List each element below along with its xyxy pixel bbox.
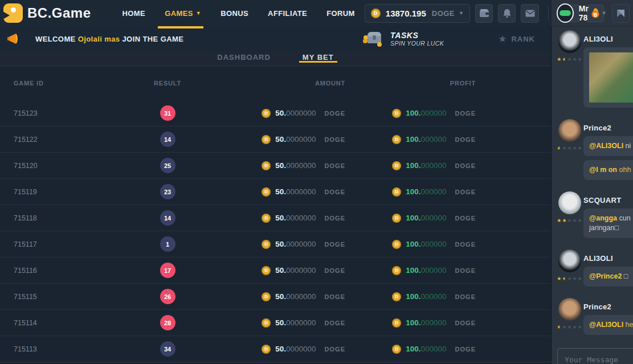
mention-text: @I m on (589, 166, 617, 174)
topbar-main: BC.Game HOMEGAMES▼BONUSAFFILIATEFORUM D … (0, 0, 552, 26)
balance-selector[interactable]: D 13870.195 DOGE ▼ (365, 4, 470, 23)
chat-message-input[interactable] (557, 348, 633, 364)
user-name: Mr 78 (579, 4, 597, 22)
table-row[interactable]: 7151171D50.0000000DOGED100.000000DOGE (0, 231, 551, 257)
chat-avatar[interactable] (558, 191, 581, 214)
tasks-subtitle: SPIN YOUR LUCK (390, 40, 444, 47)
chevron-down-icon: ▼ (459, 10, 464, 16)
star-icon: ★ (578, 276, 583, 281)
table-row[interactable]: 71511526D50.0000000DOGED100.000000DOGE (0, 284, 551, 310)
tab-my-bet[interactable]: MY BET (303, 51, 334, 64)
notifications-button[interactable] (498, 4, 516, 23)
chat-username[interactable]: SCQUART (583, 196, 633, 205)
cell-amount-value: 50.0000000 (275, 187, 316, 196)
star-icon: ★ (573, 145, 578, 151)
user-avatar (557, 3, 574, 23)
message-text: he (623, 321, 633, 329)
cell-result: 25 (160, 158, 175, 173)
mail-button[interactable] (521, 4, 538, 23)
doge-coin-icon: D (392, 292, 401, 301)
table-row[interactable]: 71511334D50.0000000DOGED100.000000DOGE (0, 336, 551, 362)
table-row[interactable]: 71512214D50.0000000DOGED100.000000DOGE (0, 126, 551, 153)
chat-username[interactable]: Prince2 (583, 302, 633, 311)
nav-item-affiliate[interactable]: AFFILIATE (268, 0, 307, 26)
message-text: jaringan□ (589, 224, 619, 232)
doge-coin-icon: D (392, 318, 401, 328)
cell-result: 26 (160, 289, 175, 304)
mail-icon (525, 10, 535, 17)
chat-avatar[interactable] (558, 250, 581, 272)
chat-message-right: Prince2@ALI3OLI he (583, 298, 633, 335)
table-row[interactable]: 71512331D50.0000000DOGED100.000000DOGE (0, 100, 551, 126)
table-row[interactable]: 71511923D50.0000000DOGED100.000000DOGE (0, 179, 551, 205)
wallet-button[interactable] (475, 4, 493, 23)
bell-icon (503, 9, 512, 18)
tasks-widget[interactable]: TASKS SPIN YOUR LUCK (362, 30, 444, 48)
nav-item-games[interactable]: GAMES▼ (165, 0, 201, 26)
mention-text: @angga (589, 214, 617, 222)
cell-result: 14 (160, 132, 175, 147)
doge-coin-icon: D (262, 240, 271, 249)
cell-profit-value: 100.000000 (406, 109, 446, 117)
rank-widget[interactable]: ★ RANK (498, 33, 535, 45)
table-row[interactable]: 71511428D50.0000000DOGED100.000000DOGE (0, 310, 551, 336)
currency-label: DOGE (325, 136, 345, 143)
cell-profit: D100.000000DOGE (392, 266, 476, 275)
cell-result: 34 (160, 341, 175, 357)
chevron-down-icon: ▼ (196, 10, 201, 16)
message-text: □ (622, 272, 628, 280)
chat-username[interactable]: ALI3OLI (583, 35, 633, 43)
nav-item-bonus[interactable]: BONUS (220, 0, 248, 26)
cell-game-id: 715113 (14, 345, 133, 353)
chat-bubble: @Prince2 □ (583, 267, 633, 287)
star-icon: ★ (567, 218, 572, 223)
bets-table: GAME ID RESULT AMOUNT PROFIT 71512331D50… (0, 66, 551, 364)
doge-coin-icon: D (262, 161, 271, 170)
doge-coin-icon: D (392, 109, 401, 118)
doge-coin-icon: D (262, 214, 271, 223)
chat-image-attachment[interactable] (589, 52, 633, 103)
chat-username[interactable]: Prince2 (583, 124, 633, 132)
nav-item-forum[interactable]: FORUM (326, 0, 355, 26)
nav-item-home[interactable]: HOME (122, 0, 146, 26)
chat-message-group: ★★★★★★ALI3OLI@Prince2 □ (552, 250, 633, 287)
star-icon: ★ (578, 145, 583, 151)
cell-amount: D50.0000000DOGE (262, 318, 345, 328)
cell-game-id: 715117 (14, 240, 133, 248)
wallet-icon (479, 9, 489, 18)
cell-profit: D100.000000DOGE (392, 240, 476, 249)
cell-amount: D50.0000000DOGE (262, 292, 345, 301)
message-text: cun (617, 214, 631, 222)
cell-profit-value: 100.000000 (406, 266, 446, 275)
cell-game-id: 715116 (14, 267, 133, 275)
table-row[interactable]: 71512025D50.0000000DOGED100.000000DOGE (0, 153, 551, 179)
doge-coin-icon: D (392, 187, 401, 197)
flag-fold-icon (616, 9, 626, 18)
chat-avatar[interactable] (558, 30, 581, 53)
currency-label: DOGE (325, 293, 345, 300)
chat-message-group: ★★★★★SCQUART@angga cunjaringan□ (552, 191, 633, 238)
cell-profit-value: 100.000000 (406, 240, 446, 248)
chat-avatar[interactable] (558, 298, 581, 321)
doge-coin-icon: D (392, 345, 401, 354)
cell-profit-value: 100.000000 (406, 292, 446, 301)
user-star-rating: ★★★★★★ (557, 145, 582, 151)
star-icon: ★ (562, 324, 567, 330)
banner-toggle-button[interactable] (612, 4, 630, 23)
rank-label: RANK (511, 35, 535, 43)
cell-amount-value: 50.0000000 (275, 161, 316, 170)
cell-amount: D50.0000000DOGE (262, 187, 345, 197)
currency-label: DOGE (455, 267, 476, 274)
cell-game-id: 715123 (14, 109, 133, 117)
brand-logo[interactable]: BC.Game (3, 3, 91, 23)
user-menu[interactable]: Mr 78 ▼ (557, 3, 607, 23)
table-row[interactable]: 71511617D50.0000000DOGED100.000000DOGE (0, 257, 551, 284)
chat-avatar[interactable] (558, 119, 581, 142)
result-badge: 34 (160, 341, 175, 357)
table-row[interactable]: 71511814D50.0000000DOGED100.000000DOGE (0, 205, 551, 231)
chat-username[interactable]: ALI3OLI (583, 254, 633, 263)
welcome-username: Ojolali mas (78, 35, 120, 43)
star-icon: ★ (562, 218, 567, 223)
tab-dashboard[interactable]: DASHBOARD (217, 51, 271, 64)
doge-coin-icon: D (392, 214, 401, 223)
